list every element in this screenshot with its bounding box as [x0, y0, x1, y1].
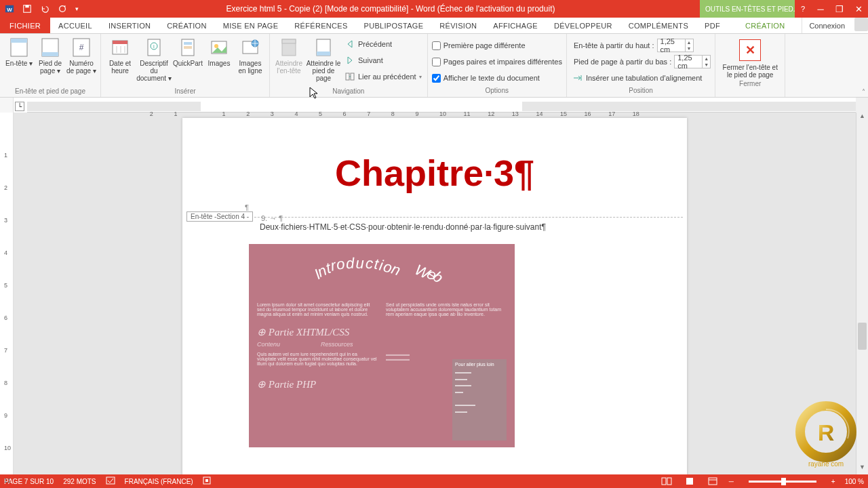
insert-tab-button[interactable]: Insérer une tabulation d'alignement [571, 70, 711, 85]
images-online-icon [239, 37, 261, 58]
zoom-in-button[interactable]: + [831, 478, 835, 485]
tab-mise-en-page[interactable]: MISE EN PAGE [215, 18, 287, 33]
scroll-corner [856, 98, 868, 113]
horizontal-ruler[interactable]: 21123456789101112131415161718 [27, 100, 856, 113]
date-button[interactable]: Date et heure [105, 35, 135, 75]
previous-button[interactable]: Précédent [343, 37, 423, 52]
svg-rect-30 [346, 73, 349, 80]
svg-rect-29 [317, 52, 330, 56]
header-position-input[interactable]: 1,25 cm▲▼ [657, 39, 694, 52]
view-print-icon[interactable] [683, 476, 696, 487]
goto-footer-icon [313, 37, 334, 58]
avatar[interactable] [854, 18, 868, 31]
group-label-position: Position [571, 87, 711, 96]
watermark-logo: R rayane com [792, 401, 860, 469]
close-header-footer-button[interactable]: ✕ Fermer l'en-tête et le pied de page [719, 35, 781, 79]
svg-point-23 [214, 44, 218, 48]
svg-rect-27 [282, 39, 296, 43]
tab-publipostage[interactable]: PUBLIPOSTAGE [356, 18, 432, 33]
svg-text:#: # [79, 43, 84, 52]
tabstop-selector[interactable]: └ [15, 102, 24, 111]
status-lang[interactable]: FRANÇAIS (FRANCE) [125, 478, 193, 485]
help-button[interactable]: ? [795, 5, 811, 13]
footer-position-label: Pied de page à partir du bas : [574, 58, 671, 66]
zoom-out-button[interactable]: ─ [729, 478, 734, 485]
view-web-icon[interactable] [706, 476, 719, 487]
tab-developpeur[interactable]: DÉVELOPPEUR [546, 18, 620, 33]
goto-footer-button[interactable]: Atteindre le pied de page [305, 35, 342, 82]
svg-rect-8 [42, 52, 58, 56]
embedded-figure: Introduction Web Lorem ipsum dolor sit a… [249, 244, 515, 447]
save-icon[interactable] [19, 1, 35, 16]
footer-position-input[interactable]: 1,25 cm▲▼ [674, 55, 711, 68]
svg-rect-31 [351, 73, 354, 80]
spin-down-icon[interactable]: ▼ [703, 62, 710, 68]
after-tag-mark: 9. → ¶ [261, 214, 283, 222]
pied-button[interactable]: Pied de page ▾ [35, 35, 65, 75]
spin-down-icon[interactable]: ▼ [686, 45, 693, 52]
undo-icon[interactable] [37, 1, 53, 16]
quickpart-button[interactable]: QuickPart [173, 35, 203, 67]
next-button[interactable]: Suivant [343, 53, 423, 68]
page-number-icon: # [71, 37, 92, 58]
spin-up-icon[interactable]: ▲ [703, 56, 710, 62]
descriptif-button[interactable]: i Descriptif du document ▾ [136, 35, 172, 82]
spin-up-icon[interactable]: ▲ [686, 39, 693, 45]
group-label-close: Fermer [719, 80, 781, 89]
date-icon [109, 37, 131, 58]
footer-icon [39, 37, 61, 58]
qat-customize-icon[interactable]: ▾ [72, 1, 81, 16]
document-page[interactable]: Chapitre·3¶ ¶ En-tête -Section 4 - 9. → … [182, 118, 687, 474]
images-button[interactable]: Images [204, 35, 234, 67]
tab-insertion[interactable]: INSERTION [100, 18, 159, 33]
svg-text:i: i [153, 43, 155, 49]
tab-affichage[interactable]: AFFICHAGE [485, 18, 546, 33]
minimize-button[interactable]: ─ [811, 0, 830, 18]
svg-rect-12 [113, 41, 127, 44]
tab-pdf[interactable]: PDF [696, 18, 728, 33]
images-online-button[interactable]: Images en ligne [235, 35, 265, 75]
status-proofing-icon[interactable] [106, 476, 115, 486]
tab-context-creation[interactable]: CRÉATION [737, 18, 793, 33]
status-words[interactable]: 292 MOTS [63, 478, 96, 485]
svg-text:R: R [818, 420, 835, 445]
tab-references[interactable]: RÉFÉRENCES [286, 18, 355, 33]
svg-rect-21 [184, 46, 192, 49]
zoom-slider[interactable] [749, 481, 816, 483]
tab-file[interactable]: FICHIER [0, 18, 50, 33]
svg-rect-40 [106, 477, 115, 484]
login-link[interactable]: Connexion [802, 18, 852, 33]
view-read-icon[interactable] [660, 476, 673, 487]
link-previous-button[interactable]: Lier au précédent ▾ [343, 69, 423, 84]
redo-icon[interactable] [54, 1, 71, 16]
svg-rect-45 [686, 478, 693, 485]
first-page-diff-check[interactable]: Première page différente [432, 38, 562, 53]
status-page[interactable]: PAGE 7 SUR 10 [4, 478, 54, 485]
contextual-tab-label: OUTILS EN-TÊTES ET PIED... [700, 0, 795, 18]
figure-arc-title: Introduction Web [257, 255, 507, 296]
status-macro-icon[interactable] [203, 476, 211, 486]
header-icon [8, 37, 30, 58]
tab-align-icon [572, 73, 583, 83]
tab-complements[interactable]: COMPLÉMENTS [620, 18, 696, 33]
svg-rect-44 [667, 478, 671, 485]
entete-button[interactable]: En-tête ▾ [4, 35, 34, 67]
collapse-ribbon-icon[interactable]: ˄ [862, 88, 865, 96]
svg-rect-46 [709, 478, 717, 485]
tab-revision[interactable]: RÉVISION [431, 18, 485, 33]
zoom-level[interactable]: 100 % [845, 478, 864, 485]
close-window-button[interactable]: ✕ [849, 0, 868, 18]
scroll-thumb[interactable] [858, 323, 867, 350]
figure-partie1: Partie XHTML/CSS [257, 326, 507, 338]
scroll-up-icon[interactable]: ▲ [856, 113, 868, 123]
tab-accueil[interactable]: ACCUEIL [50, 18, 100, 33]
show-doc-text-check[interactable]: Afficher le texte du document [432, 70, 562, 85]
body-text: Deux·fichiers·HTML·5·et·CSS·pour·obtenir… [260, 222, 626, 232]
odd-even-diff-check[interactable]: Pages paires et impaires différentes [432, 54, 562, 69]
numero-button[interactable]: # Numéro de page ▾ [66, 35, 96, 75]
svg-text:W: W [7, 7, 12, 13]
pilcrow-mark: ¶ [245, 203, 249, 211]
tab-creation[interactable]: CRÉATION [159, 18, 214, 33]
vertical-ruler[interactable]: 1234567891011 [0, 113, 14, 474]
restore-button[interactable]: ❐ [830, 0, 849, 18]
